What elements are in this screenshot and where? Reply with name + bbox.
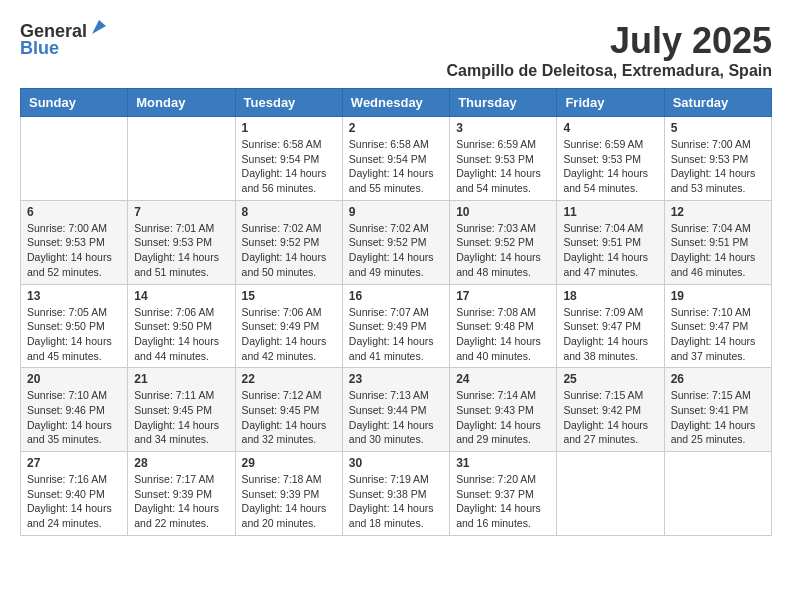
day-info: Sunrise: 6:58 AM Sunset: 9:54 PM Dayligh… <box>242 137 336 196</box>
calendar-cell: 14Sunrise: 7:06 AM Sunset: 9:50 PM Dayli… <box>128 284 235 368</box>
calendar-cell: 13Sunrise: 7:05 AM Sunset: 9:50 PM Dayli… <box>21 284 128 368</box>
calendar-cell: 23Sunrise: 7:13 AM Sunset: 9:44 PM Dayli… <box>342 368 449 452</box>
day-number: 31 <box>456 456 550 470</box>
day-info: Sunrise: 7:13 AM Sunset: 9:44 PM Dayligh… <box>349 388 443 447</box>
day-info: Sunrise: 7:11 AM Sunset: 9:45 PM Dayligh… <box>134 388 228 447</box>
day-number: 7 <box>134 205 228 219</box>
calendar-cell: 8Sunrise: 7:02 AM Sunset: 9:52 PM Daylig… <box>235 200 342 284</box>
day-info: Sunrise: 7:14 AM Sunset: 9:43 PM Dayligh… <box>456 388 550 447</box>
day-number: 19 <box>671 289 765 303</box>
day-number: 21 <box>134 372 228 386</box>
day-number: 3 <box>456 121 550 135</box>
calendar-cell: 1Sunrise: 6:58 AM Sunset: 9:54 PM Daylig… <box>235 117 342 201</box>
calendar-cell: 5Sunrise: 7:00 AM Sunset: 9:53 PM Daylig… <box>664 117 771 201</box>
day-number: 17 <box>456 289 550 303</box>
calendar-day-header: Friday <box>557 89 664 117</box>
day-info: Sunrise: 7:16 AM Sunset: 9:40 PM Dayligh… <box>27 472 121 531</box>
calendar-cell: 9Sunrise: 7:02 AM Sunset: 9:52 PM Daylig… <box>342 200 449 284</box>
day-number: 10 <box>456 205 550 219</box>
day-number: 23 <box>349 372 443 386</box>
calendar-day-header: Thursday <box>450 89 557 117</box>
day-info: Sunrise: 7:04 AM Sunset: 9:51 PM Dayligh… <box>671 221 765 280</box>
calendar-day-header: Tuesday <box>235 89 342 117</box>
day-number: 12 <box>671 205 765 219</box>
day-info: Sunrise: 7:17 AM Sunset: 9:39 PM Dayligh… <box>134 472 228 531</box>
day-info: Sunrise: 7:09 AM Sunset: 9:47 PM Dayligh… <box>563 305 657 364</box>
title-block: July 2025 Campillo de Deleitosa, Extrema… <box>447 20 772 80</box>
calendar-cell: 4Sunrise: 6:59 AM Sunset: 9:53 PM Daylig… <box>557 117 664 201</box>
calendar-cell: 27Sunrise: 7:16 AM Sunset: 9:40 PM Dayli… <box>21 452 128 536</box>
day-info: Sunrise: 7:02 AM Sunset: 9:52 PM Dayligh… <box>242 221 336 280</box>
calendar-cell: 22Sunrise: 7:12 AM Sunset: 9:45 PM Dayli… <box>235 368 342 452</box>
day-info: Sunrise: 7:19 AM Sunset: 9:38 PM Dayligh… <box>349 472 443 531</box>
calendar-day-header: Wednesday <box>342 89 449 117</box>
day-info: Sunrise: 7:06 AM Sunset: 9:49 PM Dayligh… <box>242 305 336 364</box>
location-title: Campillo de Deleitosa, Extremadura, Spai… <box>447 62 772 80</box>
calendar-cell <box>21 117 128 201</box>
calendar-week-row: 13Sunrise: 7:05 AM Sunset: 9:50 PM Dayli… <box>21 284 772 368</box>
day-info: Sunrise: 7:02 AM Sunset: 9:52 PM Dayligh… <box>349 221 443 280</box>
calendar-cell: 19Sunrise: 7:10 AM Sunset: 9:47 PM Dayli… <box>664 284 771 368</box>
day-info: Sunrise: 7:00 AM Sunset: 9:53 PM Dayligh… <box>671 137 765 196</box>
calendar-day-header: Monday <box>128 89 235 117</box>
logo: General Blue <box>20 20 108 59</box>
calendar-cell: 15Sunrise: 7:06 AM Sunset: 9:49 PM Dayli… <box>235 284 342 368</box>
day-number: 25 <box>563 372 657 386</box>
day-number: 4 <box>563 121 657 135</box>
page-header: General Blue July 2025 Campillo de Delei… <box>20 20 772 80</box>
day-number: 30 <box>349 456 443 470</box>
day-number: 13 <box>27 289 121 303</box>
calendar-table: SundayMondayTuesdayWednesdayThursdayFrid… <box>20 88 772 536</box>
day-number: 8 <box>242 205 336 219</box>
day-info: Sunrise: 7:06 AM Sunset: 9:50 PM Dayligh… <box>134 305 228 364</box>
day-info: Sunrise: 7:03 AM Sunset: 9:52 PM Dayligh… <box>456 221 550 280</box>
day-number: 16 <box>349 289 443 303</box>
calendar-cell: 20Sunrise: 7:10 AM Sunset: 9:46 PM Dayli… <box>21 368 128 452</box>
day-number: 20 <box>27 372 121 386</box>
day-info: Sunrise: 7:08 AM Sunset: 9:48 PM Dayligh… <box>456 305 550 364</box>
calendar-cell: 2Sunrise: 6:58 AM Sunset: 9:54 PM Daylig… <box>342 117 449 201</box>
day-number: 6 <box>27 205 121 219</box>
calendar-week-row: 6Sunrise: 7:00 AM Sunset: 9:53 PM Daylig… <box>21 200 772 284</box>
day-number: 18 <box>563 289 657 303</box>
day-number: 5 <box>671 121 765 135</box>
day-info: Sunrise: 7:10 AM Sunset: 9:47 PM Dayligh… <box>671 305 765 364</box>
day-number: 15 <box>242 289 336 303</box>
calendar-cell: 18Sunrise: 7:09 AM Sunset: 9:47 PM Dayli… <box>557 284 664 368</box>
day-info: Sunrise: 7:15 AM Sunset: 9:41 PM Dayligh… <box>671 388 765 447</box>
day-number: 28 <box>134 456 228 470</box>
calendar-cell: 10Sunrise: 7:03 AM Sunset: 9:52 PM Dayli… <box>450 200 557 284</box>
calendar-day-header: Sunday <box>21 89 128 117</box>
calendar-cell <box>557 452 664 536</box>
calendar-cell: 11Sunrise: 7:04 AM Sunset: 9:51 PM Dayli… <box>557 200 664 284</box>
day-number: 1 <box>242 121 336 135</box>
day-info: Sunrise: 7:07 AM Sunset: 9:49 PM Dayligh… <box>349 305 443 364</box>
day-info: Sunrise: 7:04 AM Sunset: 9:51 PM Dayligh… <box>563 221 657 280</box>
calendar-cell: 3Sunrise: 6:59 AM Sunset: 9:53 PM Daylig… <box>450 117 557 201</box>
calendar-cell <box>664 452 771 536</box>
calendar-cell: 29Sunrise: 7:18 AM Sunset: 9:39 PM Dayli… <box>235 452 342 536</box>
day-info: Sunrise: 6:59 AM Sunset: 9:53 PM Dayligh… <box>456 137 550 196</box>
calendar-cell: 12Sunrise: 7:04 AM Sunset: 9:51 PM Dayli… <box>664 200 771 284</box>
day-number: 14 <box>134 289 228 303</box>
logo-arrow-icon <box>90 18 108 40</box>
calendar-day-header: Saturday <box>664 89 771 117</box>
calendar-cell: 21Sunrise: 7:11 AM Sunset: 9:45 PM Dayli… <box>128 368 235 452</box>
calendar-cell: 16Sunrise: 7:07 AM Sunset: 9:49 PM Dayli… <box>342 284 449 368</box>
day-info: Sunrise: 7:20 AM Sunset: 9:37 PM Dayligh… <box>456 472 550 531</box>
calendar-cell: 17Sunrise: 7:08 AM Sunset: 9:48 PM Dayli… <box>450 284 557 368</box>
month-title: July 2025 <box>447 20 772 62</box>
day-info: Sunrise: 7:10 AM Sunset: 9:46 PM Dayligh… <box>27 388 121 447</box>
calendar-cell: 6Sunrise: 7:00 AM Sunset: 9:53 PM Daylig… <box>21 200 128 284</box>
day-info: Sunrise: 6:59 AM Sunset: 9:53 PM Dayligh… <box>563 137 657 196</box>
calendar-cell: 26Sunrise: 7:15 AM Sunset: 9:41 PM Dayli… <box>664 368 771 452</box>
calendar-cell: 25Sunrise: 7:15 AM Sunset: 9:42 PM Dayli… <box>557 368 664 452</box>
day-number: 9 <box>349 205 443 219</box>
day-info: Sunrise: 7:00 AM Sunset: 9:53 PM Dayligh… <box>27 221 121 280</box>
calendar-cell: 7Sunrise: 7:01 AM Sunset: 9:53 PM Daylig… <box>128 200 235 284</box>
day-info: Sunrise: 6:58 AM Sunset: 9:54 PM Dayligh… <box>349 137 443 196</box>
calendar-week-row: 27Sunrise: 7:16 AM Sunset: 9:40 PM Dayli… <box>21 452 772 536</box>
day-info: Sunrise: 7:18 AM Sunset: 9:39 PM Dayligh… <box>242 472 336 531</box>
day-info: Sunrise: 7:01 AM Sunset: 9:53 PM Dayligh… <box>134 221 228 280</box>
day-number: 27 <box>27 456 121 470</box>
